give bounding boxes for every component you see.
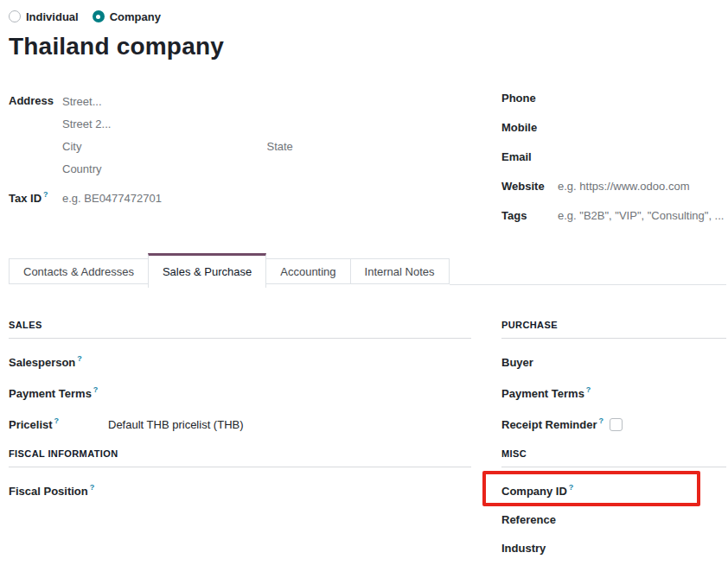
salesperson-label: Salesperson? bbox=[9, 356, 108, 369]
tags-label: Tags bbox=[501, 209, 558, 222]
purchase-payment-terms-input[interactable] bbox=[599, 387, 726, 400]
tab-sales-purchase[interactable]: Sales & Purchase bbox=[148, 253, 266, 288]
fiscal-position-label: Fiscal Position? bbox=[9, 485, 108, 498]
website-label: Website bbox=[501, 180, 558, 193]
help-icon: ? bbox=[586, 385, 591, 394]
purchase-section-heading: PURCHASE bbox=[501, 320, 726, 339]
email-input[interactable] bbox=[558, 150, 726, 163]
misc-section-heading: MISC bbox=[501, 448, 726, 467]
sales-fiscal-column: SALES Salesperson? Payment Terms? Pricel… bbox=[9, 320, 471, 569]
mobile-input[interactable] bbox=[558, 121, 726, 134]
industry-label: Industry bbox=[501, 542, 546, 555]
tab-internal-notes[interactable]: Internal Notes bbox=[350, 258, 450, 284]
website-input[interactable] bbox=[558, 180, 726, 193]
sales-purchase-tab-content: SALES Salesperson? Payment Terms? Pricel… bbox=[9, 320, 726, 569]
sales-section-heading: SALES bbox=[9, 320, 471, 339]
notebook-tabs: Contacts & Addresses Sales & Purchase Ac… bbox=[9, 258, 726, 285]
individual-radio-label: Individual bbox=[26, 10, 79, 23]
buyer-label: Buyer bbox=[501, 356, 533, 369]
tax-id-input[interactable] bbox=[62, 192, 471, 205]
sales-payment-terms-label: Payment Terms? bbox=[9, 387, 108, 400]
company-id-label: Company ID? bbox=[501, 485, 581, 498]
street2-input[interactable] bbox=[62, 118, 471, 130]
individual-radio[interactable]: Individual bbox=[9, 10, 79, 23]
mobile-label: Mobile bbox=[501, 121, 558, 134]
pricelist-label: Pricelist? bbox=[9, 418, 108, 431]
company-id-input[interactable] bbox=[581, 483, 726, 499]
page-title[interactable]: Thailand company bbox=[9, 32, 726, 61]
tab-accounting[interactable]: Accounting bbox=[265, 258, 350, 284]
country-input[interactable] bbox=[62, 162, 471, 175]
info-grid: Address Tax ID? Phone bbox=[9, 90, 726, 237]
reference-input[interactable] bbox=[565, 513, 726, 526]
salesperson-input[interactable] bbox=[108, 356, 471, 369]
address-label: Address bbox=[9, 90, 62, 180]
purchase-payment-terms-label: Payment Terms? bbox=[501, 387, 591, 400]
pricelist-input[interactable] bbox=[108, 418, 471, 431]
address-column: Address Tax ID? bbox=[9, 90, 471, 237]
state-input[interactable] bbox=[267, 140, 472, 153]
help-icon: ? bbox=[77, 354, 82, 363]
reference-label: Reference bbox=[501, 513, 556, 526]
contact-column: Phone Mobile Email Website Tags bbox=[501, 90, 726, 237]
individual-radio-circle[interactable] bbox=[9, 10, 21, 22]
help-icon: ? bbox=[599, 416, 604, 425]
contact-form-page: Individual Company Thailand company Addr… bbox=[0, 0, 728, 578]
company-radio-circle[interactable] bbox=[93, 10, 105, 22]
street-input[interactable] bbox=[62, 95, 471, 108]
help-icon: ? bbox=[54, 416, 60, 425]
company-radio-dot bbox=[96, 15, 100, 19]
sales-payment-terms-input[interactable] bbox=[108, 387, 471, 400]
city-input[interactable] bbox=[62, 140, 267, 153]
receipt-reminder-checkbox[interactable] bbox=[610, 418, 623, 431]
tax-id-label: Tax ID? bbox=[9, 192, 62, 205]
company-id-row: Company ID? bbox=[501, 484, 726, 498]
fiscal-position-input[interactable] bbox=[108, 485, 471, 498]
phone-label: Phone bbox=[501, 92, 558, 105]
help-icon: ? bbox=[569, 483, 574, 492]
buyer-input[interactable] bbox=[542, 356, 726, 369]
company-radio[interactable]: Company bbox=[93, 10, 161, 23]
purchase-misc-column: PURCHASE Buyer Payment Terms? Receipt Re… bbox=[501, 320, 726, 569]
company-type-radio-group: Individual Company bbox=[9, 9, 726, 24]
fiscal-section-heading: FISCAL INFORMATION bbox=[9, 448, 471, 467]
help-icon: ? bbox=[43, 190, 48, 199]
company-radio-label: Company bbox=[110, 10, 161, 23]
help-icon: ? bbox=[93, 385, 99, 394]
tags-input[interactable] bbox=[558, 209, 726, 222]
tab-contacts-addresses[interactable]: Contacts & Addresses bbox=[9, 258, 149, 284]
email-label: Email bbox=[501, 150, 558, 163]
phone-input[interactable] bbox=[558, 92, 726, 105]
receipt-reminder-label: Receipt Reminder? bbox=[501, 418, 603, 431]
industry-input[interactable] bbox=[554, 542, 726, 555]
help-icon: ? bbox=[90, 483, 95, 492]
